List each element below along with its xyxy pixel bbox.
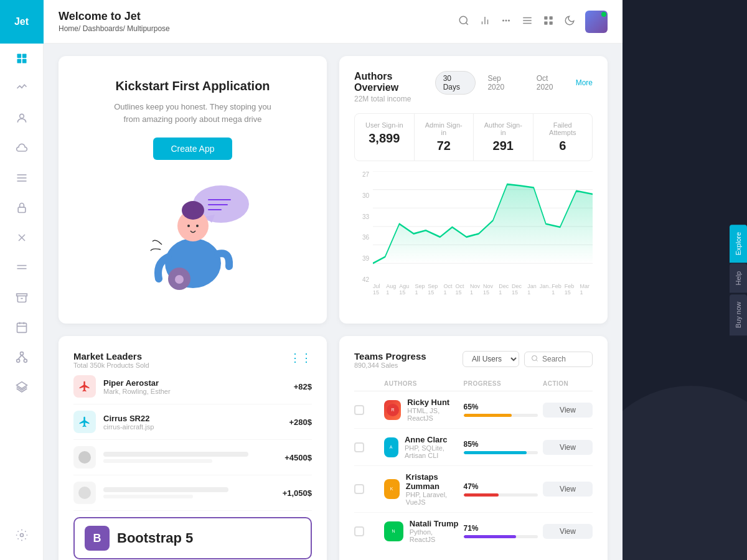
stat-user-signin-value: 3,899 [365, 131, 404, 146]
natali-view-button[interactable]: View [543, 524, 593, 539]
sidebar-item-archive[interactable] [0, 282, 44, 312]
sidebar-item-analytics[interactable] [0, 73, 44, 103]
author-ricky-info: Ricky Hunt HTML, JS, ReactJS [407, 398, 458, 422]
breadcrumb: Home/ Dashboards/ Multipurpose [59, 24, 170, 33]
stat-author-signin: Author Sign-in 291 [474, 114, 533, 161]
y-label-36: 36 [354, 234, 369, 241]
apps-icon[interactable] [543, 15, 554, 29]
market-leaders-card: Market Leaders Total 350k Products Sold … [59, 336, 327, 560]
search-icon [531, 355, 538, 364]
x-jan: Jan.. [540, 283, 552, 296]
natali-progress-pct: 71% [464, 524, 538, 533]
search-icon[interactable] [458, 15, 469, 29]
sidebar-item-menu[interactable] [0, 253, 44, 282]
row-checkbox-ricky[interactable] [354, 405, 364, 415]
illustration [125, 170, 261, 294]
sidebar-item-components[interactable] [0, 342, 44, 372]
sidebar-item-calendar[interactable] [0, 312, 44, 342]
y-label-27: 27 [354, 171, 369, 178]
chart-icon[interactable] [479, 15, 491, 29]
page-title: Welcome to Jet [59, 10, 170, 23]
svg-point-49 [193, 203, 203, 213]
kristaps-progress-bar-bg [464, 493, 538, 497]
tab-30days[interactable]: 30 Days [435, 71, 476, 95]
sidebar-item-list[interactable] [0, 163, 44, 193]
market-options-button[interactable]: ⋮⋮ [289, 351, 312, 365]
y-label-30: 30 [354, 192, 369, 199]
x-sep1: Sep 1 [415, 283, 428, 296]
stat-author-signin-value: 291 [484, 139, 523, 153]
market-item-3: +4500$ [73, 440, 312, 475]
svg-point-33 [509, 20, 510, 21]
tab-more[interactable]: More [576, 78, 593, 87]
teams-title-wrap: Teams Progress 890,344 Sales [354, 351, 426, 369]
grid-icon[interactable] [500, 15, 512, 29]
piper-authors: Mark, Rowling, Esther [103, 388, 294, 395]
svg-text:N: N [392, 528, 395, 533]
explore-tab[interactable]: Explore [730, 225, 747, 263]
piper-value: +82$ [294, 382, 312, 391]
natali-progress-wrap: 71% [464, 524, 538, 538]
stat-failed-value: 6 [543, 139, 583, 153]
svg-point-31 [505, 20, 507, 21]
cirrus-info: Cirrus SR22 cirrus-aircraft.jsp [103, 414, 289, 431]
table-row: A Anne Clarc PHP, SQLite, Artisan CLI 85… [354, 429, 593, 466]
sidebar-logo[interactable]: Jet [0, 0, 44, 44]
row-checkbox-anne[interactable] [354, 442, 364, 452]
header-left: Welcome to Jet Home/ Dashboards/ Multipu… [59, 10, 170, 33]
create-app-button[interactable]: Create App [153, 138, 232, 160]
ricky-name: Ricky Hunt [407, 398, 458, 407]
svg-rect-13 [16, 294, 27, 296]
moon-icon[interactable] [564, 15, 575, 29]
bootstrap-badge: B [85, 526, 110, 551]
ricky-progress-bar-bg [464, 414, 538, 417]
market-item-4: +1,050$ [73, 475, 312, 511]
sidebar-item-user[interactable] [0, 103, 44, 133]
svg-rect-2 [17, 59, 21, 63]
col-progress: PROGRESS [464, 380, 538, 387]
anne-progress-wrap: 85% [464, 440, 538, 454]
breadcrumb-home[interactable]: Home/ [59, 24, 80, 33]
x-jan1: Jan 1 [527, 283, 540, 296]
breadcrumb-dashboards[interactable]: Dashboards/ [83, 24, 125, 33]
anne-progress-pct: 85% [464, 440, 538, 449]
header: Welcome to Jet Home/ Dashboards/ Multipu… [44, 0, 622, 44]
anne-view-button[interactable]: View [543, 440, 593, 455]
stats-row: User Sign-in 3,899 Admin Sign-in 72 Auth… [354, 113, 593, 161]
tab-sep2020[interactable]: Sep 2020 [479, 71, 524, 95]
sidebar-item-settings[interactable] [0, 520, 44, 550]
col-checkbox [354, 380, 379, 387]
sidebar-item-lock[interactable] [0, 193, 44, 223]
bootstrap-banner: B Bootstrap 5 [73, 517, 312, 559]
row-checkbox-kristaps[interactable] [354, 484, 364, 494]
cirrus-authors: cirrus-aircraft.jsp [103, 423, 289, 431]
ricky-view-button[interactable]: View [543, 403, 593, 418]
row-checkbox-natali[interactable] [354, 526, 364, 536]
teams-search-input[interactable] [542, 355, 586, 363]
anne-progress-bar-fill [464, 451, 527, 454]
sidebar-item-cloud[interactable] [0, 133, 44, 163]
item3-info [103, 452, 284, 463]
avatar-anne: A [384, 437, 398, 457]
sidebar-item-layers[interactable] [0, 372, 44, 402]
sidebar-item-dashboard[interactable] [0, 44, 44, 73]
users-filter-select[interactable]: All Users [463, 351, 519, 367]
x-feb15: Feb 15 [565, 283, 580, 296]
svg-line-27 [466, 22, 467, 24]
stat-admin-signin: Admin Sign-in 72 [415, 114, 474, 161]
item4-value: +1,050$ [283, 488, 312, 498]
kristaps-progress-pct: 47% [464, 482, 538, 491]
menu-icon[interactable] [522, 15, 533, 29]
kristaps-view-button[interactable]: View [543, 482, 593, 497]
svg-point-51 [196, 225, 199, 227]
market-subtitle: Total 350k Products Sold [73, 362, 149, 369]
tab-oct2020[interactable]: Oct 2020 [529, 71, 572, 95]
kickstart-title: Kickstart First Application [115, 77, 270, 95]
market-item-cirrus: Cirrus SR22 cirrus-aircraft.jsp +280$ [73, 404, 312, 440]
ricky-progress-wrap: 65% [464, 403, 538, 417]
help-tab[interactable]: Help [730, 264, 747, 293]
authors-header: Authors Overview 22M total income 30 Day… [354, 71, 593, 103]
sidebar-item-close[interactable] [0, 223, 44, 253]
kristaps-name: Kristaps Zumman [406, 472, 459, 491]
buy-now-tab[interactable]: Buy now [730, 294, 747, 335]
